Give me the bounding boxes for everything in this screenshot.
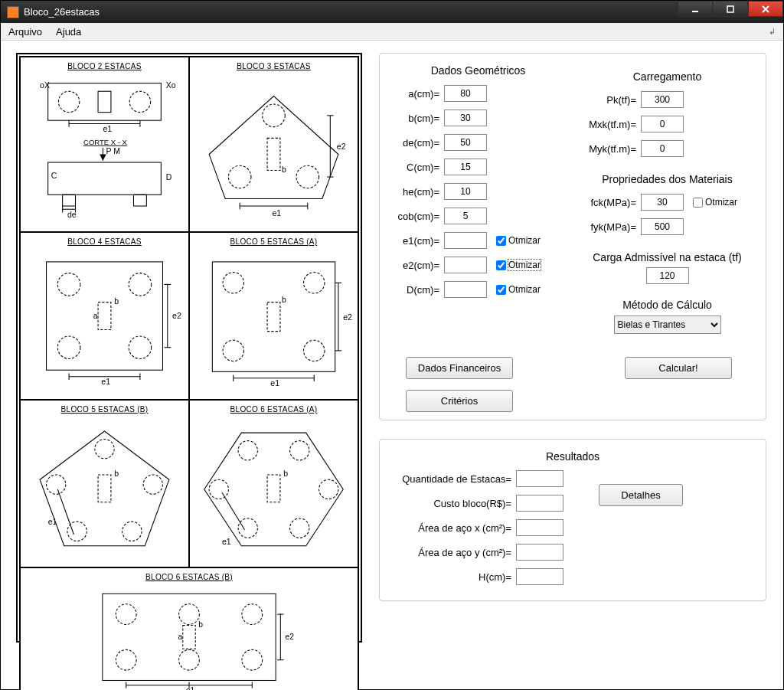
Myk-label: Myk(tf.m)= (580, 143, 636, 155)
res-asx-label: Área de aço x (cm²)= (390, 522, 511, 534)
res-asy (516, 544, 564, 561)
res-qtd (516, 470, 564, 487)
svg-point-97 (179, 650, 200, 671)
Mxk-input[interactable] (641, 116, 684, 132)
svg-text:e1: e1 (48, 518, 57, 527)
minimize-button[interactable] (678, 1, 713, 17)
res-custo (516, 495, 564, 512)
C-input[interactable] (444, 159, 487, 175)
bloco-5b-figure: b e1 (24, 417, 185, 564)
svg-point-83 (290, 441, 309, 460)
svg-point-73 (143, 475, 162, 494)
criteria-button[interactable]: Critérios (406, 390, 513, 412)
svg-point-93 (116, 604, 136, 625)
details-button[interactable]: Detalhes (599, 484, 683, 506)
heading-materials: Propriedades dos Materiais (580, 173, 755, 185)
e2-otmizar-check[interactable] (496, 260, 506, 270)
Pk-input[interactable] (641, 91, 684, 108)
svg-text:e2: e2 (285, 633, 294, 641)
D-label: D(cm)= (390, 284, 439, 296)
svg-point-95 (242, 604, 263, 625)
D-otmizar-check[interactable] (496, 285, 506, 295)
svg-text:e1: e1 (222, 537, 231, 546)
he-input[interactable] (444, 183, 487, 200)
svg-point-74 (47, 475, 66, 494)
svg-rect-77 (98, 475, 111, 502)
svg-marker-26 (209, 96, 338, 199)
e1-otmizar-label: Otmizar (508, 235, 541, 246)
titlebar: Bloco_26estacas (1, 1, 783, 23)
svg-text:b: b (114, 469, 119, 478)
maximize-button[interactable] (713, 1, 748, 17)
res-asx (516, 519, 564, 536)
svg-rect-7 (98, 91, 111, 112)
svg-text:e2: e2 (343, 312, 352, 322)
e1-otmizar-check[interactable] (496, 236, 506, 246)
svg-point-5 (58, 91, 79, 112)
svg-text:e1: e1 (272, 208, 281, 217)
svg-point-42 (129, 273, 152, 296)
svg-point-94 (179, 604, 200, 625)
svg-line-91 (222, 492, 245, 530)
b-input[interactable] (444, 110, 487, 126)
svg-rect-99 (183, 626, 195, 649)
e2-label: e2(cm)= (390, 260, 439, 271)
svg-point-96 (116, 650, 136, 671)
menubar: Arquivo Ajuda ↲ (1, 23, 783, 41)
inputs-panel: Dados Geométricos a(cm)= b(cm)= de(cm)= … (379, 53, 766, 420)
svg-marker-71 (40, 431, 169, 546)
svg-text:P M: P M (106, 146, 121, 155)
svg-text:CORTE X - X: CORTE X - X (83, 138, 127, 146)
D-input[interactable] (444, 281, 487, 298)
svg-point-27 (263, 104, 286, 127)
svg-point-87 (290, 518, 309, 538)
heading-results: Resultados (390, 450, 755, 463)
C-label: C(cm)= (390, 162, 439, 173)
bloco-6a-title: BLOCO 6 ESTACAS (A) (193, 405, 354, 414)
svg-point-44 (129, 336, 152, 359)
fyk-input[interactable] (641, 218, 684, 235)
app-icon (7, 6, 19, 18)
svg-marker-81 (204, 433, 343, 546)
svg-rect-18 (63, 195, 76, 206)
res-H (516, 568, 564, 585)
svg-line-80 (57, 489, 74, 535)
fck-input[interactable] (641, 194, 684, 211)
menu-file[interactable]: Arquivo (8, 26, 42, 38)
svg-text:b: b (282, 295, 286, 304)
svg-text:e1: e1 (186, 686, 195, 690)
a-input[interactable] (444, 85, 487, 102)
svg-rect-88 (267, 475, 280, 502)
adm-input[interactable] (646, 267, 689, 284)
bloco-3-title: BLOCO 3 ESTACAS (193, 62, 354, 70)
svg-text:C: C (51, 171, 57, 180)
e1-input[interactable] (444, 232, 487, 249)
bloco-4-figure: ba e1 e2 (24, 249, 185, 396)
bloco-6b-title: BLOCO 6 ESTACAS (B) (24, 573, 354, 581)
menu-overflow-icon[interactable]: ↲ (769, 27, 776, 37)
close-button[interactable] (748, 1, 783, 17)
fck-otmizar-label: Otmizar (705, 197, 737, 208)
svg-text:e1: e1 (103, 124, 112, 133)
fck-otmizar-check[interactable] (693, 198, 703, 208)
svg-point-43 (57, 336, 80, 359)
method-select[interactable]: Bielas e Tirantes (614, 316, 721, 334)
e2-input[interactable] (444, 257, 487, 273)
svg-rect-45 (98, 302, 111, 330)
cob-input[interactable] (444, 208, 487, 224)
calculate-button[interactable]: Calcular! (625, 357, 732, 379)
svg-point-59 (223, 341, 243, 361)
svg-point-60 (304, 341, 325, 361)
de-input[interactable] (444, 134, 487, 151)
financial-button[interactable]: Dados Financeiros (406, 357, 513, 379)
Myk-input[interactable] (641, 140, 684, 157)
svg-point-76 (122, 522, 142, 541)
bloco-5a-figure: b e1 e2 (193, 249, 354, 396)
svg-text:b: b (283, 469, 288, 478)
svg-point-6 (129, 91, 150, 112)
svg-point-58 (304, 273, 325, 293)
menu-help[interactable]: Ajuda (56, 26, 81, 38)
svg-text:Xo: Xo (166, 80, 176, 90)
svg-point-98 (242, 650, 263, 671)
bloco-4-title: BLOCO 4 ESTACAS (24, 237, 185, 246)
